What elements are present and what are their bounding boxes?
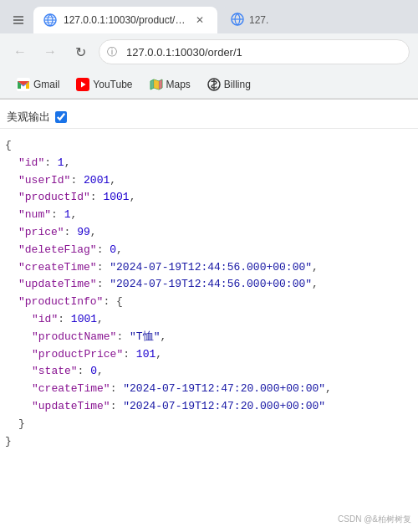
json-line: "price": 99, [5,224,418,242]
json-line: "updateTime": "2024-07-19T12:47:20.000+0… [5,398,418,416]
bookmarks-bar: Gmail YouTube [0,70,418,99]
json-line: "updateTime": "2024-07-19T12:44:56.000+0… [5,276,418,294]
back-button[interactable]: ← [8,40,32,64]
json-line: } [5,416,418,433]
json-line: "productName": "T恤", [5,329,418,346]
json-line: "id": 1001, [5,311,418,329]
json-line: "createTime": "2024-07-19T12:47:20.000+0… [5,381,418,398]
maps-icon [150,78,163,91]
bookmark-maps-label: Maps [166,79,191,90]
pretty-print-bar: 美观输出 [0,106,418,129]
json-line: "userId": 2001, [5,172,418,190]
json-line: } [5,433,418,451]
json-line: "deleteFlag": 0, [5,242,418,259]
pretty-print-checkbox[interactable] [55,111,67,123]
json-line: "num": 1, [5,207,418,224]
bookmark-billing[interactable]: Billing [201,74,257,95]
json-line: "productId": 1001, [5,189,418,207]
tab-bar: 127.0.0.1:10030/product/100 ✕ 127. [0,0,418,33]
billing-icon [207,78,221,91]
json-line: "state": 0, [5,363,418,381]
tab-favicon-active [43,13,57,27]
forward-button[interactable]: → [38,40,62,64]
tab-favicon-inactive [231,13,244,28]
tab-title-inactive: 127. [249,14,268,26]
bookmark-youtube-label: YouTube [93,79,132,90]
bookmark-youtube[interactable]: YouTube [69,74,139,95]
address-bar-row: ← → ↻ ⓘ [0,33,418,70]
json-line: "createTime": "2024-07-19T12:44:56.000+0… [5,259,418,277]
tab-title-active: 127.0.0.1:10030/product/100 [64,14,186,26]
address-wrap: ⓘ [99,39,410,64]
bookmark-gmail[interactable]: Gmail [10,74,66,95]
tab-inactive[interactable]: 127. [221,7,304,33]
tab-switcher-button[interactable] [7,8,30,32]
bookmark-gmail-label: Gmail [33,79,59,90]
reload-button[interactable]: ↻ [69,40,92,64]
tab-close-button[interactable]: ✕ [192,13,207,28]
json-line: "id": 1, [5,155,418,172]
youtube-icon [76,78,89,91]
bookmark-maps[interactable]: Maps [143,74,197,95]
json-line: { [5,137,418,155]
tab-active[interactable]: 127.0.0.1:10030/product/100 ✕ [33,7,217,33]
json-viewer: { "id": 1, "userId": 2001, "productId": … [0,132,418,455]
content-area: 美观输出 { "id": 1, "userId": 2001, "product… [0,100,418,455]
info-icon: ⓘ [107,45,117,59]
watermark: CSDN @&柏树树复 [338,514,411,525]
json-open-brace: { [5,139,12,151]
json-line: "productInfo": { [5,294,418,311]
bookmark-billing-label: Billing [224,79,251,90]
json-line: "productPrice": 101, [5,346,418,364]
pretty-print-label: 美观输出 [7,110,50,125]
address-input[interactable] [99,39,410,64]
gmail-icon [17,78,30,91]
